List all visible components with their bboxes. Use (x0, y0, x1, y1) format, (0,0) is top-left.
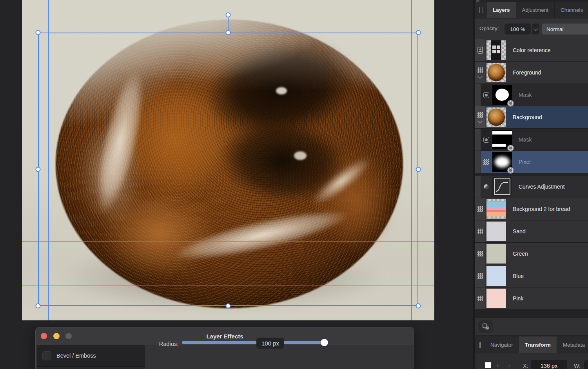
layer-indent (475, 176, 481, 198)
photo-editor-window: Layer Effects Bevel / Emboss Radius: 100… (0, 0, 588, 369)
panel-drag-handle-icon[interactable] (479, 342, 481, 348)
layer-effects-dialog: Layer Effects Bevel / Emboss Radius: 100… (35, 327, 414, 369)
curves-thumb (494, 178, 510, 195)
color-swatch (486, 289, 506, 308)
layer-row-sand[interactable]: Sand (475, 220, 588, 243)
layer-thumbnail[interactable] (486, 222, 506, 241)
effect-row-bevel-emboss[interactable]: Bevel / Emboss (37, 345, 145, 367)
effects-list: Bevel / Emboss (37, 345, 145, 369)
radius-slider[interactable] (182, 338, 328, 346)
panel-drag-handle-icon[interactable] (479, 7, 483, 13)
layer-row-pixel[interactable]: Pixel (475, 151, 588, 173)
expand-chevron-icon[interactable] (477, 74, 483, 79)
layer-type-cell (481, 84, 491, 106)
selection-handle-middle-right[interactable] (416, 167, 421, 172)
tab-metadata[interactable]: Metadata (557, 336, 588, 353)
layer-type-cell (475, 243, 485, 265)
opacity-value-field[interactable]: 100 % (505, 24, 531, 35)
tab-layers[interactable]: Layers (487, 2, 516, 18)
tab-adjustment[interactable]: Adjustment (516, 2, 555, 18)
layer-thumbnail[interactable] (486, 244, 506, 264)
layer-row-blue[interactable]: Blue (475, 265, 588, 287)
layer-row-mask-background[interactable]: Mask (475, 129, 588, 151)
layer-row-foreground[interactable]: Foreground (475, 62, 588, 84)
selection-handle-top-center[interactable] (226, 30, 231, 35)
bread-thumb (488, 64, 505, 81)
anchor-selector-cell[interactable] (497, 364, 500, 367)
selection-handle-middle-left[interactable] (36, 167, 41, 172)
layer-type-cell (475, 62, 485, 84)
layer-thumbnail[interactable] (486, 289, 506, 308)
radius-value-field[interactable]: 100 px (256, 338, 284, 349)
selection-handle-bottom-left[interactable] (36, 304, 41, 309)
layer-type-adjustment-icon (484, 184, 489, 189)
layer-row-mask-foreground[interactable]: Mask (475, 84, 588, 106)
x-label: X: (523, 363, 528, 369)
mask-edit-badge-icon (508, 100, 514, 106)
stacked-layers-icon (482, 323, 490, 331)
w-label: W: (574, 363, 581, 369)
color-swatch (486, 266, 506, 286)
effect-row-next (37, 367, 145, 369)
document-canvas[interactable] (22, 0, 434, 320)
layer-thumbnail[interactable] (486, 40, 506, 60)
layer-thumbnail[interactable] (486, 63, 506, 82)
layer-type-cell (475, 106, 485, 128)
tab-transform[interactable]: Transform (519, 336, 557, 353)
layer-indent (475, 151, 481, 173)
mask-shape (492, 144, 506, 147)
layer-thumbnail[interactable] (492, 177, 512, 196)
layer-name: Background (513, 114, 542, 120)
layer-name: Curves Adjustment (519, 184, 565, 190)
layer-type-cell (475, 198, 485, 220)
anchor-selector-active[interactable] (485, 362, 491, 368)
layer-type-image-icon (477, 47, 483, 54)
layer-name: Green (513, 251, 528, 257)
tab-channels[interactable]: Channels (554, 2, 588, 18)
layer-type-cell (475, 287, 485, 309)
layer-row-green[interactable]: Green (475, 243, 588, 265)
radius-label: Radius: (138, 341, 178, 347)
layer-row-curves-adjustment[interactable]: Curves Adjustment (475, 176, 588, 198)
w-value-field[interactable]: 3 (584, 360, 588, 369)
duplicate-layers-button[interactable] (478, 320, 493, 333)
layer-thumbnail[interactable] (492, 152, 512, 172)
layer-name: Foreground (513, 69, 541, 76)
layer-type-mask-icon (483, 92, 489, 98)
anchor-selector-cell[interactable] (507, 364, 510, 367)
layer-thumbnail[interactable] (492, 85, 512, 105)
tab-navigator[interactable]: Navigator (485, 336, 519, 353)
studio-panel: Layers Adjustment Channels Opacity: 100 … (473, 0, 588, 369)
layer-thumbnail[interactable] (486, 266, 506, 286)
layer-row-background[interactable]: Background (475, 106, 588, 129)
expand-chevron-icon[interactable] (477, 118, 483, 124)
layer-name: Mask (519, 92, 532, 98)
gradient-stripes-thumb (486, 202, 506, 216)
layer-name: Pink (513, 295, 523, 302)
effect-label: Bevel / Emboss (56, 353, 96, 359)
opacity-dropdown-button[interactable] (532, 24, 539, 35)
layer-row-background-2-for-bread[interactable]: Background 2 for bread (475, 198, 588, 220)
selection-handle-bottom-right[interactable] (416, 304, 421, 309)
layer-type-pixel-icon (477, 251, 483, 256)
rotation-handle[interactable] (226, 13, 231, 18)
layer-thumbnail[interactable] (486, 199, 506, 219)
transform-panel-tabbar: Navigator Transform Metadata (475, 336, 588, 353)
layer-name: Background 2 for bread (513, 206, 570, 212)
selection-handle-top-right[interactable] (416, 30, 421, 35)
layer-indent (475, 84, 481, 106)
selection-handle-top-left[interactable] (36, 30, 41, 35)
selection-handle-bottom-center[interactable] (226, 304, 231, 309)
radius-slider-track[interactable] (182, 341, 328, 344)
layer-thumbnail[interactable] (486, 107, 506, 127)
radius-slider-thumb[interactable] (321, 339, 328, 346)
layer-thumbnail[interactable] (492, 130, 512, 149)
layer-row-color-reference[interactable]: Color reference (475, 39, 588, 62)
selection-bounding-box[interactable] (38, 33, 418, 306)
effect-checkbox[interactable] (42, 351, 51, 360)
layer-row-pink[interactable]: Pink (475, 287, 588, 310)
blend-mode-dropdown[interactable]: Normal (542, 24, 588, 35)
layer-indent (475, 129, 481, 151)
x-value-field[interactable]: 136 px (531, 360, 567, 369)
layer-list: Color reference Foreground (475, 39, 588, 318)
